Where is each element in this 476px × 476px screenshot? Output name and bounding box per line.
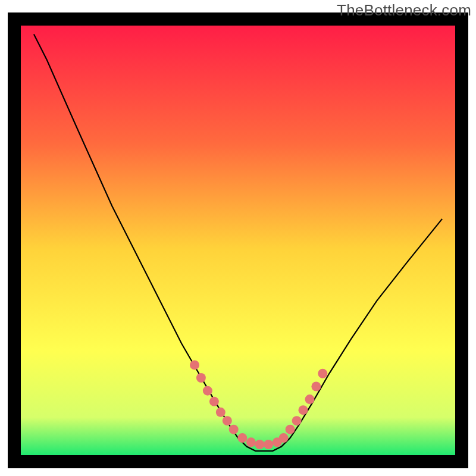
marker-point [190, 360, 199, 369]
marker-point [305, 394, 315, 404]
attribution-text: TheBottleneck.com [337, 1, 471, 20]
marker-point [286, 425, 295, 434]
marker-point [311, 382, 321, 392]
marker-point [223, 416, 232, 425]
bottleneck-chart [0, 0, 476, 476]
plot-background [14, 19, 462, 462]
marker-point [292, 416, 302, 425]
marker-point [246, 437, 256, 447]
marker-point [255, 440, 265, 449]
chart-frame: TheBottleneck.com [0, 0, 476, 476]
marker-point [229, 425, 239, 434]
marker-point [209, 397, 219, 406]
marker-point [318, 369, 327, 378]
marker-point [299, 405, 308, 415]
marker-point [279, 433, 289, 443]
marker-point [196, 373, 206, 383]
marker-point [237, 433, 247, 443]
marker-point [216, 408, 226, 417]
marker-point [264, 440, 273, 449]
marker-point [203, 386, 212, 396]
